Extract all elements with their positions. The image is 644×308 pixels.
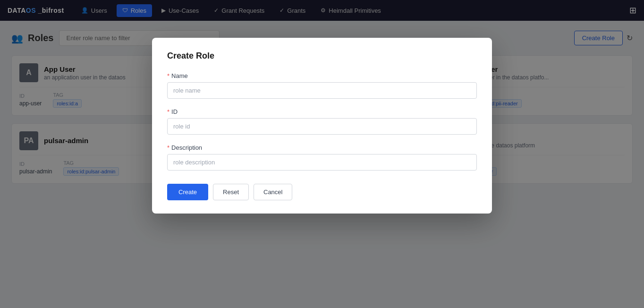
modal-title: Create Role bbox=[167, 51, 477, 61]
modal-actions: Create Reset Cancel bbox=[167, 184, 477, 200]
description-required: * bbox=[167, 144, 169, 151]
description-field: * Description bbox=[167, 144, 477, 171]
name-label-text: Name bbox=[171, 72, 188, 79]
description-input[interactable] bbox=[167, 154, 477, 171]
create-button[interactable]: Create bbox=[167, 184, 208, 200]
create-role-modal: Create Role * Name * ID * Description Cr… bbox=[152, 38, 492, 214]
name-field: * Name bbox=[167, 72, 477, 99]
id-field: * ID bbox=[167, 108, 477, 135]
reset-button[interactable]: Reset bbox=[213, 184, 249, 200]
id-label-text: ID bbox=[171, 108, 178, 115]
description-label: * Description bbox=[167, 144, 477, 151]
description-label-text: Description bbox=[171, 144, 202, 151]
modal-overlay[interactable]: Create Role * Name * ID * Description Cr… bbox=[0, 0, 644, 308]
id-input[interactable] bbox=[167, 118, 477, 135]
cancel-button[interactable]: Cancel bbox=[254, 184, 292, 200]
name-required: * bbox=[167, 72, 169, 79]
name-label: * Name bbox=[167, 72, 477, 79]
id-label: * ID bbox=[167, 108, 477, 115]
id-required: * bbox=[167, 108, 169, 115]
name-input[interactable] bbox=[167, 82, 477, 99]
